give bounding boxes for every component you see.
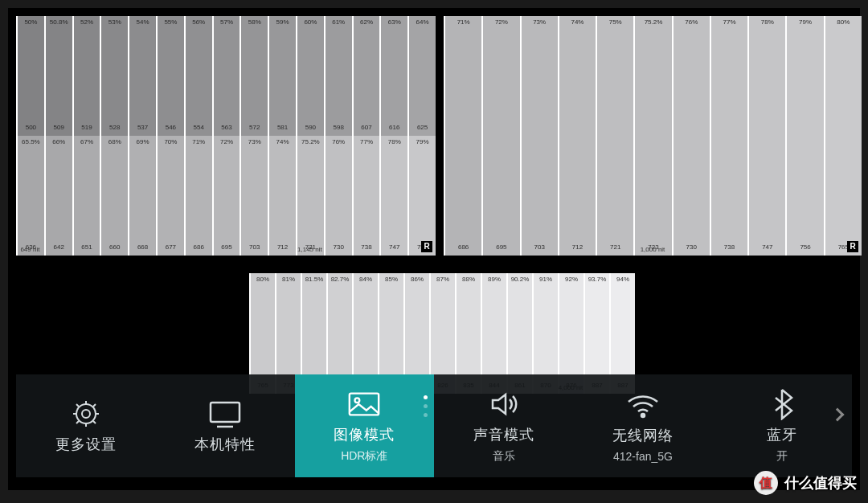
menu-item-title: 本机特性 — [194, 435, 256, 454]
page-dots — [424, 395, 428, 417]
testcard-cell: 76%730 — [672, 16, 710, 256]
testcard-cell: 71%686 — [444, 16, 481, 256]
testcard-cell: 73%703 — [520, 16, 558, 256]
watermark-badge: 值 — [754, 471, 778, 495]
testcard-cell: 70%677 — [156, 136, 184, 256]
testcard-cell: 50.8%509 — [44, 16, 72, 136]
testcard-cell: 80%765 — [824, 16, 862, 256]
testcard-cell: 50%500 — [16, 16, 44, 136]
menu-item-subtitle: HDR标准 — [341, 449, 387, 464]
testcard-cell: 72%695 — [212, 136, 240, 256]
testcard-cell: 60%590 — [296, 16, 324, 136]
testcard-cell: 53%528 — [100, 16, 128, 136]
corner-marker: R — [421, 241, 432, 252]
testcard-cell: 65.5%636 — [16, 136, 44, 256]
wifi-icon — [625, 389, 661, 421]
testcard-cell: 69%668 — [128, 136, 156, 256]
menu-item-sound[interactable]: 声音模式 音乐 — [434, 374, 573, 477]
testcard-cell: 56%554 — [184, 16, 212, 136]
testcard-cell: 74%712 — [558, 16, 596, 256]
tv-bezel: 50%50050.8%50952%51953%52854%53755%54656… — [0, 0, 868, 503]
watermark-text: 什么值得买 — [784, 473, 857, 493]
testcard-cell: 75%721 — [596, 16, 633, 256]
testcard-cell: 79%756 — [407, 136, 436, 256]
corner-marker: R — [847, 241, 858, 252]
testcard-cell: 62%607 — [352, 16, 380, 136]
menu-item-title: 无线网络 — [612, 426, 674, 445]
testcard-cell: 73%703 — [240, 136, 268, 256]
gear-icon — [68, 398, 104, 430]
menu-item-title: 声音模式 — [473, 425, 534, 444]
menu-item-subtitle: 412-fan_5G — [613, 450, 673, 463]
testcard-cell: 79%756 — [785, 16, 823, 256]
testcard-cell: 61%598 — [324, 16, 352, 136]
svg-point-6 — [641, 414, 645, 417]
speaker-icon — [486, 388, 522, 420]
bt-icon — [764, 388, 800, 420]
testcard-cell: 74%712 — [268, 136, 296, 256]
testcard-cell: 75.2%721 — [296, 136, 324, 256]
testcard-cell: 67%651 — [72, 136, 100, 256]
image-icon — [346, 388, 382, 420]
watermark: 值 什么值得买 — [754, 471, 857, 495]
testcard-extra-label: 1,145 nit — [297, 246, 322, 253]
svg-point-5 — [355, 398, 360, 403]
testcard-cell: 52%519 — [72, 16, 100, 136]
testcard-cell: 71%686 — [184, 136, 212, 256]
testcard-cell: 63%616 — [379, 16, 407, 136]
menu-item-device[interactable]: 本机特性 — [155, 374, 294, 477]
testcard-extra-label: 1,000 nit — [641, 246, 665, 253]
testcard-right: 71%68672%69573%70374%71275%72175.2%72376… — [444, 16, 862, 256]
svg-point-1 — [82, 410, 90, 418]
menu-item-title: 更多设置 — [55, 435, 117, 454]
svg-point-0 — [76, 404, 96, 423]
testcard-cell: 54%537 — [128, 16, 156, 136]
testcard-cell: 64%625 — [407, 16, 436, 136]
monitor-icon — [207, 398, 243, 430]
menu-item-subtitle: 开 — [776, 449, 788, 464]
tv-screen: 50%50050.8%50952%51953%52854%53755%54656… — [16, 16, 852, 477]
testcard-cell: 77%738 — [352, 136, 380, 256]
svg-rect-4 — [350, 394, 379, 415]
menu-item-title: 蓝牙 — [767, 425, 797, 444]
testcard-cell: 75.2%723 — [633, 16, 671, 256]
menu-item-more[interactable]: 更多设置 — [16, 374, 155, 477]
menu-item-picture[interactable]: 图像模式 HDR标准 — [295, 374, 434, 477]
svg-rect-2 — [211, 403, 240, 422]
testcard-cell: 55%546 — [156, 16, 184, 136]
menu-item-subtitle: 音乐 — [493, 449, 515, 464]
testcard-cell: 58%572 — [240, 16, 268, 136]
testcards-area: 50%50050.8%50952%51953%52854%53755%54656… — [16, 16, 852, 394]
testcard-cell: 78%747 — [379, 136, 407, 256]
settings-menubar: 更多设置 本机特性 图像模式 HDR标准 声音模式 音乐 无线网络 412-fa… — [16, 374, 852, 477]
testcard-cell: 76%730 — [324, 136, 352, 256]
testcard-cell: 72%695 — [481, 16, 519, 256]
testcard-cell: 68%660 — [100, 136, 128, 256]
testcard-cell: 77%738 — [710, 16, 747, 256]
testcard-left: 50%50050.8%50952%51953%52854%53755%54656… — [16, 16, 436, 256]
menu-item-wifi[interactable]: 无线网络 412-fan_5G — [573, 374, 712, 477]
testcard-cell: 78%747 — [747, 16, 785, 256]
testcard-cell: 66%642 — [44, 136, 72, 256]
testcard-cell: 59%581 — [268, 16, 296, 136]
menu-item-bt[interactable]: 蓝牙 开 — [713, 374, 852, 477]
testcard-cell: 57%563 — [212, 16, 240, 136]
testcard-extra-label: 649 nit — [20, 246, 39, 253]
menu-item-title: 图像模式 — [334, 425, 395, 444]
